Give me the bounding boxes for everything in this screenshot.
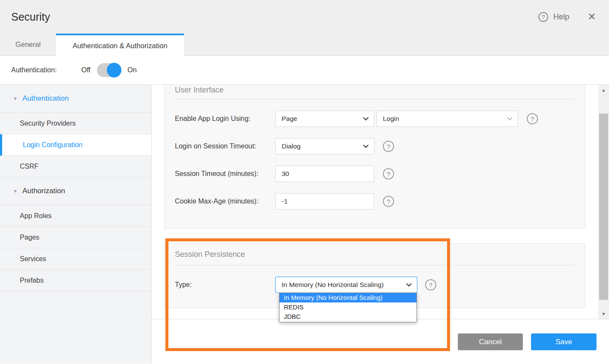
enable-app-login-select[interactable]: Page <box>275 111 374 127</box>
select-value: In Memory (No Horizontal Scaling) <box>282 281 384 289</box>
session-timeout-input[interactable] <box>275 166 374 182</box>
scrollbar-thumb[interactable] <box>599 114 608 300</box>
help-icon[interactable]: ? <box>527 113 538 124</box>
sidebar-item-label: Services <box>20 255 46 263</box>
settings-scroll-area: User Interface Enable App Login Using: P… <box>152 85 609 319</box>
dialog-header: Security ? Help ✕ <box>0 0 609 34</box>
cookie-max-age-row: Cookie Max-Age (minutes): ? <box>175 193 575 210</box>
enable-app-login-row: Enable App Login Using: Page Login ? <box>175 111 575 127</box>
cookie-max-age-input[interactable] <box>275 193 374 210</box>
expander-icon[interactable]: ▼ <box>13 96 18 101</box>
sidebar-item-label: Login Configuration <box>23 141 83 149</box>
field-label: Login on Session Timeout: <box>175 142 275 150</box>
tab-bar: General Authentication & Authorization <box>0 34 609 56</box>
chevron-down-icon <box>363 142 369 148</box>
session-persistence-type-select[interactable]: In Memory (No Horizontal Scaling) <box>275 277 417 293</box>
section-divider <box>175 99 575 99</box>
vertical-scrollbar[interactable]: ▲ ▼ <box>598 85 609 319</box>
tab-authentication-authorization[interactable]: Authentication & Authorization <box>56 34 184 56</box>
sidebar-item-prefabs[interactable]: Prefabs <box>0 270 151 291</box>
sidebar-item-label: Prefabs <box>20 277 44 284</box>
tab-general[interactable]: General <box>0 34 56 56</box>
chevron-down-icon <box>406 281 412 287</box>
select-value: Page <box>282 115 297 123</box>
section-title: Session Persistence <box>175 244 575 265</box>
dropdown-option-in-memory[interactable]: In Memory (No Horizontal Scaling) <box>280 293 416 302</box>
toggle-off-label: Off <box>81 66 90 74</box>
type-select-dropdown: In Memory (No Horizontal Scaling) REDIS … <box>279 293 417 322</box>
cancel-button[interactable]: Cancel <box>458 333 523 350</box>
user-interface-section: User Interface Enable App Login Using: P… <box>164 85 585 228</box>
field-label: Enable App Login Using: <box>175 115 275 123</box>
section-title: User Interface <box>175 85 575 99</box>
help-icon[interactable]: ? <box>425 279 436 290</box>
authentication-label: Authentication: <box>11 66 81 74</box>
help-icon[interactable]: ? <box>383 168 394 179</box>
sidebar-item-pages[interactable]: Pages <box>0 227 151 248</box>
authentication-toggle[interactable] <box>97 63 121 77</box>
scroll-down-icon[interactable]: ▼ <box>598 309 609 318</box>
page-title: Security <box>11 11 50 23</box>
sidebar-section-authorization[interactable]: ▼ Authorization <box>0 177 151 205</box>
session-persistence-type-row: Type: In Memory (No Horizontal Scaling) … <box>175 277 575 293</box>
close-icon[interactable]: ✕ <box>587 11 596 23</box>
field-label: Type: <box>175 281 275 289</box>
help-icon[interactable]: ? <box>538 12 548 22</box>
session-timeout-row: Session Timeout (minutes): ? <box>175 166 575 182</box>
chevron-down-icon <box>363 115 369 120</box>
login-session-timeout-row: Login on Session Timeout: Dialog ? <box>175 138 575 154</box>
field-label: Cookie Max-Age (minutes): <box>175 197 275 205</box>
toggle-on-label: On <box>127 66 137 74</box>
select-value: Dialog <box>282 142 301 150</box>
dropdown-option-jdbc[interactable]: JDBC <box>280 312 416 321</box>
sidebar-section-label: Authorization <box>22 187 65 195</box>
sidebar-item-csrf[interactable]: CSRF <box>0 156 151 177</box>
field-label: Session Timeout (minutes): <box>175 170 275 178</box>
sidebar-item-services[interactable]: Services <box>0 248 151 270</box>
sidebar-item-security-providers[interactable]: Security Providers <box>0 113 151 134</box>
login-page-select[interactable]: Login <box>376 111 518 127</box>
sidebar-section-authentication[interactable]: ▼ Authentication <box>0 85 151 113</box>
chevron-down-icon <box>507 115 513 120</box>
dialog-footer: Cancel Save <box>152 319 609 364</box>
select-value: Login <box>383 115 399 123</box>
authentication-toggle-row: Authentication: Off On <box>0 56 609 85</box>
sidebar-item-label: Security Providers <box>20 120 76 127</box>
sidebar-item-label: CSRF <box>20 163 39 170</box>
help-icon[interactable]: ? <box>383 196 394 207</box>
sidebar-item-app-roles[interactable]: App Roles <box>0 205 151 227</box>
toggle-knob <box>107 63 121 77</box>
section-divider <box>175 265 575 265</box>
sidebar-item-login-configuration[interactable]: Login Configuration <box>0 134 151 156</box>
sidebar-item-label: Pages <box>20 234 39 241</box>
save-button[interactable]: Save <box>531 333 597 350</box>
sidebar-section-label: Authentication <box>22 94 69 103</box>
help-button[interactable]: Help <box>553 12 569 22</box>
login-on-session-timeout-select[interactable]: Dialog <box>275 138 374 154</box>
dropdown-option-redis[interactable]: REDIS <box>280 302 416 312</box>
expander-icon[interactable]: ▼ <box>13 188 18 194</box>
sidebar-item-label: App Roles <box>20 212 52 220</box>
help-icon[interactable]: ? <box>383 141 394 152</box>
scroll-up-icon[interactable]: ▲ <box>598 86 609 94</box>
sidebar: ▼ Authentication Security Providers Logi… <box>0 85 152 364</box>
